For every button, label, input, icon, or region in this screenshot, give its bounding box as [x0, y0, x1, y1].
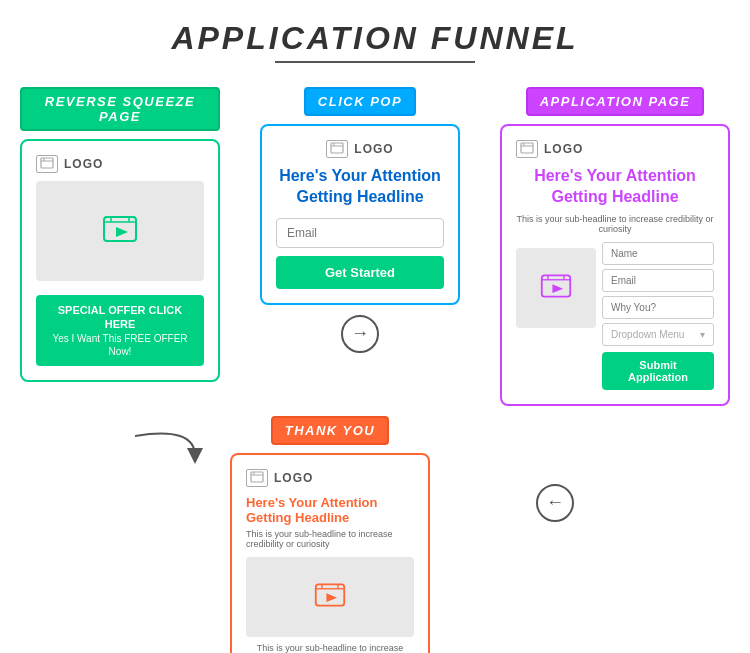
video-play-icon-squeeze	[102, 211, 138, 251]
app-fields: Dropdown Menu ▾ Submit Application	[602, 242, 714, 390]
label-click-pop: CLICK POP	[304, 87, 416, 116]
label-application: APPLICATION PAGE	[526, 87, 705, 116]
card-thank-you: LOGO Here's Your Attention Getting Headl…	[230, 453, 430, 653]
col-bottom-right-arrow: ←	[440, 416, 670, 530]
logo-row-thankyou: LOGO	[246, 469, 414, 487]
funnel-top-row: REVERSE SQUEEZE PAGE LOGO	[10, 87, 740, 406]
cta-button-squeeze[interactable]: SPECIAL OFFER CLICK HERE Yes I Want This…	[36, 295, 204, 366]
col-bottom-left-spacer	[20, 416, 220, 466]
logo-text-clickpop: LOGO	[354, 142, 393, 156]
svg-rect-0	[41, 158, 53, 168]
video-play-icon-app	[540, 270, 572, 306]
get-started-button[interactable]: Get Started	[276, 256, 444, 289]
logo-text-thankyou: LOGO	[274, 471, 313, 485]
logo-text-app: LOGO	[544, 142, 583, 156]
dropdown-label: Dropdown Menu	[611, 329, 684, 340]
video-box-app-wrapper	[516, 242, 596, 390]
headline-thankyou: Here's Your Attention Getting Headline	[246, 495, 414, 525]
col-application: APPLICATION PAGE LOGO Here's Your Attent…	[500, 87, 730, 406]
video-box-thankyou	[246, 557, 414, 637]
svg-marker-18	[552, 284, 563, 293]
logo-icon-clickpop	[326, 140, 348, 158]
video-box-squeeze	[36, 181, 204, 281]
col-reverse-squeeze: REVERSE SQUEEZE PAGE LOGO	[20, 87, 220, 382]
svg-rect-8	[331, 143, 343, 153]
label-reverse-squeeze: REVERSE SQUEEZE PAGE	[20, 87, 220, 131]
headline-app: Here's Your Attention Getting Headline	[516, 166, 714, 208]
logo-row-clickpop: LOGO	[276, 140, 444, 158]
card-reverse-squeeze: LOGO SPECIAL OFFER CLICK HERE	[20, 139, 220, 382]
subheadline-thankyou: This is your sub-headline to increase cr…	[246, 529, 414, 549]
page-title: APPLICATION FUNNEL	[10, 20, 740, 57]
label-thank-you: THANK YOU	[271, 416, 390, 445]
logo-icon-thankyou	[246, 469, 268, 487]
name-field-app[interactable]	[602, 242, 714, 265]
logo-row-app: LOGO	[516, 140, 714, 158]
svg-rect-11	[521, 143, 533, 153]
logo-text-squeeze: LOGO	[64, 157, 103, 171]
svg-marker-7	[116, 227, 128, 237]
arrow-left-app: ←	[536, 484, 574, 522]
logo-icon-squeeze	[36, 155, 58, 173]
why-field-app[interactable]	[602, 296, 714, 319]
subheadline-app: This is your sub-headline to increase cr…	[516, 214, 714, 234]
logo-row-squeeze: LOGO	[36, 155, 204, 173]
video-play-icon-thankyou	[314, 579, 346, 615]
arrow-down-clickpop: →	[341, 315, 379, 353]
dropdown-app[interactable]: Dropdown Menu ▾	[602, 323, 714, 346]
headline-clickpop: Here's Your Attention Getting Headline	[276, 166, 444, 208]
video-box-app	[516, 248, 596, 328]
email-input-clickpop[interactable]	[276, 218, 444, 248]
page-wrapper: APPLICATION FUNNEL REVERSE SQUEEZE PAGE …	[0, 0, 750, 653]
title-underline	[275, 61, 475, 63]
app-form-layout: Dropdown Menu ▾ Submit Application	[516, 242, 714, 390]
logo-icon-app	[516, 140, 538, 158]
submit-button-app[interactable]: Submit Application	[602, 352, 714, 390]
card-application: LOGO Here's Your Attention Getting Headl…	[500, 124, 730, 406]
col-thank-you: THANK YOU LOGO Here's Your Attention Get…	[230, 416, 430, 653]
footer-text-thankyou: This is your sub-headline to increase cr…	[246, 643, 414, 653]
card-click-pop: LOGO Here's Your Attention Getting Headl…	[260, 124, 460, 305]
dropdown-chevron-icon: ▾	[700, 329, 705, 340]
funnel-bottom-row: THANK YOU LOGO Here's Your Attention Get…	[10, 416, 740, 653]
email-field-app[interactable]	[602, 269, 714, 292]
svg-marker-26	[326, 593, 337, 602]
curved-arrow-area	[20, 426, 220, 466]
col-click-pop: CLICK POP LOGO Here's Your Attention Get…	[260, 87, 460, 361]
svg-rect-19	[251, 472, 263, 482]
